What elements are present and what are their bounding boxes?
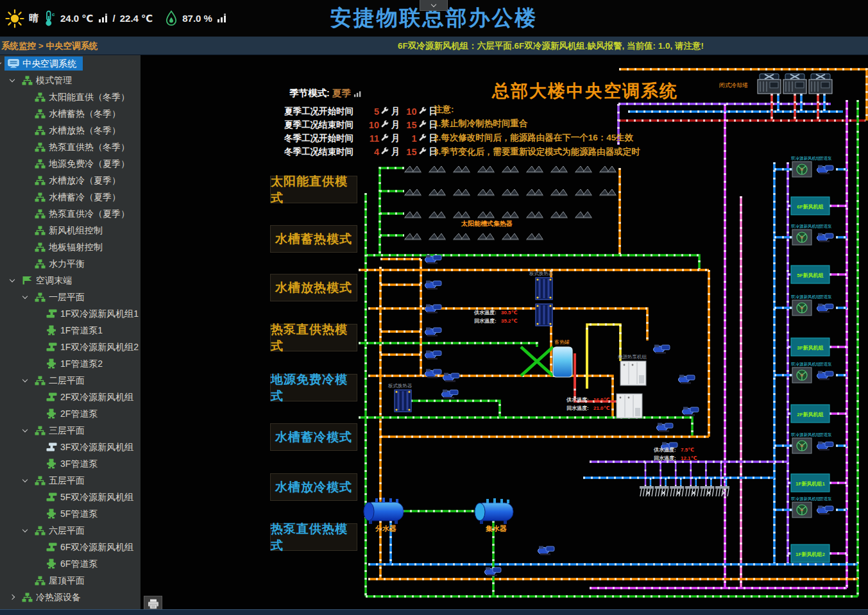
ahu-fan-unit — [792, 367, 812, 383]
sitemap-icon — [34, 291, 46, 303]
sitemap-icon — [34, 258, 46, 269]
tree-item-2F双冷源新风机组[interactable]: 2F双冷源新风机组 — [0, 389, 140, 405]
chevron-down-icon[interactable] — [22, 377, 28, 383]
mode-button-热泵直供热模式[interactable]: 热泵直供热模式 — [270, 523, 357, 551]
tree-item-二层平面[interactable]: 二层平面 — [0, 372, 140, 389]
mode-button-水槽蓄热模式[interactable]: 水槽蓄热模式 — [270, 225, 357, 253]
pipeline-pump — [817, 233, 834, 242]
tree-item-热泵直供热（冬季）[interactable]: 热泵直供热（冬季） — [0, 139, 140, 155]
tree-item-水槽蓄冷（夏季）[interactable]: 水槽蓄冷（夏季） — [0, 189, 140, 205]
edit-day-wrench-icon[interactable] — [418, 147, 427, 157]
circulation-pump — [679, 375, 695, 384]
tree-item-6F管道泵[interactable]: 6F管道泵 — [0, 555, 140, 572]
solar-panel-icon — [526, 212, 543, 218]
tree-item-1F管道泵1[interactable]: 1F管道泵1 — [0, 322, 140, 339]
mode-button-水槽放热模式[interactable]: 水槽放热模式 — [270, 274, 357, 301]
mode-button-水槽放冷模式[interactable]: 水槽放冷模式 — [270, 473, 357, 501]
solar-panel-icon — [404, 189, 421, 196]
plate-heat-exchanger — [536, 278, 552, 299]
sitemap-icon — [34, 208, 46, 219]
mode-button-热泵直供热模式[interactable]: 热泵直供热模式 — [270, 324, 357, 351]
chevron-down-icon[interactable] — [22, 527, 28, 534]
navigation-tree: 中央空调系统模式管理太阳能直供（冬季）水槽蓄热（冬季）水槽放热（冬季）热泵直供热… — [0, 55, 140, 609]
mode-button-水槽蓄冷模式[interactable]: 水槽蓄冷模式 — [270, 423, 357, 451]
temperature-readout: 供水温度:30.5℃ — [473, 309, 518, 316]
tree-item-3F双冷源新风机组[interactable]: 3F双冷源新风机组 — [0, 439, 140, 455]
tree-item-label: 3F管道泵 — [60, 455, 98, 472]
tree-item-水槽放冷（夏季）[interactable]: 水槽放冷（夏季） — [0, 172, 140, 189]
tree-item-2F管道泵[interactable]: 2F管道泵 — [0, 405, 140, 422]
tree-item-热泵直供冷（夏季）[interactable]: 热泵直供冷（夏季） — [0, 205, 140, 222]
diagram-label: 管道泵 — [819, 496, 832, 501]
tree-item-label: 热泵直供冷（夏季） — [49, 205, 130, 222]
tree-item-label: 热泵直供热（冬季） — [49, 139, 130, 155]
sitemap-icon — [34, 425, 46, 436]
mode-button-地源免费冷模式[interactable]: 地源免费冷模式 — [270, 374, 357, 401]
tree-item-1F双冷源新风机组2[interactable]: 1F双冷源新风机组2 — [0, 339, 140, 355]
tree-item-水力平衡[interactable]: 水力平衡 — [0, 255, 140, 272]
edit-month-wrench-icon[interactable] — [380, 120, 389, 130]
tree-item-新风机组控制[interactable]: 新风机组控制 — [0, 222, 140, 239]
circulation-pump — [425, 281, 442, 290]
solar-panel-icon — [429, 189, 446, 196]
solar-panel-icon — [550, 166, 568, 173]
tree-item-6F双冷源新风机组[interactable]: 6F双冷源新风机组 — [0, 539, 140, 555]
tree-item-模式管理[interactable]: 模式管理 — [0, 72, 140, 88]
collapse-header-button[interactable] — [420, 0, 448, 11]
chevron-down-icon[interactable] — [0, 60, 2, 67]
edit-month-wrench-icon[interactable] — [380, 133, 389, 144]
day-value: 15 — [404, 120, 417, 130]
season-mode-label: 季节模式: — [289, 87, 330, 99]
tree-item-地源免费冷（夏季）[interactable]: 地源免费冷（夏季） — [0, 155, 140, 172]
edit-month-wrench-icon[interactable] — [380, 106, 389, 117]
month-value: 11 — [366, 133, 379, 144]
solar-panel-icon — [502, 233, 519, 240]
tree-item-空调末端[interactable]: 空调末端 — [0, 272, 140, 289]
tree-item-五层平面[interactable]: 五层平面 — [0, 472, 140, 489]
tree-item-六层平面[interactable]: 六层平面 — [0, 522, 140, 539]
chevron-down-icon[interactable] — [22, 294, 28, 300]
chevron-down-icon[interactable] — [9, 277, 15, 283]
solar-panel-icon — [404, 166, 421, 173]
tree-item-5F管道泵[interactable]: 5F管道泵 — [0, 505, 140, 522]
sitemap-icon — [34, 108, 46, 119]
tree-item-label: 1F管道泵1 — [60, 322, 103, 339]
tree-item-1F双冷源新风机组1[interactable]: 1F双冷源新风机组1 — [0, 305, 140, 322]
month-value: 10 — [366, 120, 379, 130]
solar-array-label: 太阳能槽式集热器 — [461, 220, 513, 227]
edit-day-wrench-icon[interactable] — [418, 133, 427, 144]
tree-item-5F双冷源新风机组[interactable]: 5F双冷源新风机组 — [0, 489, 140, 505]
tree-item-冷热源设备[interactable]: 冷热源设备 — [0, 589, 140, 605]
tree-item-水槽放热（冬季）[interactable]: 水槽放热（冬季） — [0, 122, 140, 139]
pump-icon — [46, 458, 57, 469]
solar-panel-icon — [526, 189, 543, 196]
breadcrumb[interactable]: 系统监控 > 中央空调系统 — [1, 40, 98, 52]
tree-item-地板辐射控制[interactable]: 地板辐射控制 — [0, 239, 140, 255]
flag-icon — [21, 274, 33, 286]
tree-item-1F管道泵2[interactable]: 1F管道泵2 — [0, 355, 140, 372]
tree-item-一层平面[interactable]: 一层平面 — [0, 289, 140, 305]
diagram-label: 5F新风机组 — [797, 272, 823, 278]
tree-item-水槽蓄热（冬季）[interactable]: 水槽蓄热（冬季） — [0, 105, 140, 122]
alarm-message: 6F双冷源新风机组：六层平面.6F双冷源新风机组.缺风报警, 当前值: 1.0,… — [398, 40, 704, 52]
tree-item-中央空调系统[interactable]: 中央空调系统 — [0, 55, 140, 72]
tree-item-屋顶平面[interactable]: 屋顶平面 — [0, 572, 140, 589]
tree-item-三层平面[interactable]: 三层平面 — [0, 422, 140, 439]
tree-item-3F管道泵[interactable]: 3F管道泵 — [0, 455, 140, 472]
fan-coil-icon — [700, 486, 714, 496]
chevron-down-icon[interactable] — [22, 427, 28, 434]
season-row-3: 冬季工况结束时间4月15日 — [284, 146, 441, 158]
sitemap-icon — [34, 475, 46, 486]
diagram-label: 21.0℃ — [593, 405, 610, 411]
month-unit: 月 — [391, 106, 400, 117]
mode-button-太阳能直供模式[interactable]: 太阳能直供模式 — [270, 176, 357, 203]
edit-month-wrench-icon[interactable] — [380, 147, 389, 157]
edit-day-wrench-icon[interactable] — [418, 120, 427, 130]
chevron-right-icon[interactable] — [9, 594, 15, 600]
tree-item-label: 水槽蓄冷（夏季） — [49, 189, 121, 205]
edit-day-wrench-icon[interactable] — [418, 106, 427, 117]
chevron-down-icon[interactable] — [9, 77, 15, 83]
diagram-label: 双冷源新风机组 — [791, 224, 821, 228]
tree-item-太阳能直供（冬季）[interactable]: 太阳能直供（冬季） — [0, 88, 140, 105]
chevron-down-icon[interactable] — [22, 477, 28, 484]
